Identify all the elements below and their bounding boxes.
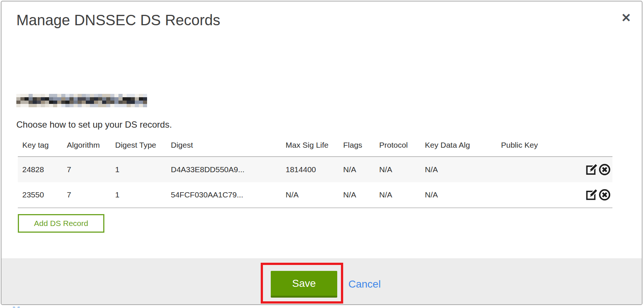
table-row: 24828 7 1 D4A33E8DD550A9... 1814400 N/A … [18,157,612,182]
col-header-public-key: Public Key [497,135,564,157]
delete-record-icon[interactable] [598,163,611,176]
cell-key-data-alg: N/A [420,157,497,182]
redacted-domain [16,94,147,107]
col-header-key-data-alg: Key Data Alg [420,135,497,157]
dnssec-ds-records-dialog: Manage DNSSEC DS Records ✕ Choose how to… [1,1,643,305]
cell-digest-type: 1 [111,157,166,182]
instruction-text: Choose how to set up your DS records. [16,119,172,130]
screen: Manage DNSSEC DS Records ✕ Choose how to… [0,0,644,308]
close-icon[interactable]: ✕ [618,10,634,26]
delete-record-icon[interactable] [598,189,611,201]
cell-algorithm: 7 [62,182,111,208]
col-header-max-sig-life: Max Sig Life [281,135,339,157]
col-header-digest: Digest [166,135,281,157]
cell-protocol: N/A [375,157,420,182]
table-header-row: Key tag Algorithm Digest Type Digest Max… [18,135,612,157]
cell-digest: 54FCF030AA1C79... [166,182,281,208]
cell-protocol: N/A [375,182,420,208]
cell-key-tag: 23550 [18,182,62,208]
cell-public-key [497,157,564,182]
cell-flags: N/A [339,182,375,208]
col-header-protocol: Protocol [375,135,420,157]
cell-max-sig-life: N/A [281,182,339,208]
table-row: 23550 7 1 54FCF030AA1C79... N/A N/A N/A … [18,182,612,208]
edit-record-icon[interactable] [585,163,598,176]
cell-public-key [497,182,564,208]
cell-max-sig-life: 1814400 [281,157,339,182]
cell-key-tag: 24828 [18,157,62,182]
col-header-algorithm: Algorithm [62,135,111,157]
ds-records-table: Key tag Algorithm Digest Type Digest Max… [18,135,612,208]
cancel-link[interactable]: Cancel [348,278,381,290]
cell-algorithm: 7 [62,157,111,182]
cell-flags: N/A [339,157,375,182]
save-button[interactable]: Save [271,271,337,298]
background-page-peek: M [12,305,27,308]
col-header-key-tag: Key tag [18,135,62,157]
edit-record-icon[interactable] [585,189,598,201]
cell-digest: D4A33E8DD550A9... [166,157,281,182]
cell-key-data-alg: N/A [420,182,497,208]
col-header-flags: Flags [339,135,375,157]
col-header-actions [564,135,612,157]
add-ds-record-button[interactable]: Add DS Record [18,214,104,233]
page-title: Manage DNSSEC DS Records [16,12,220,29]
col-header-digest-type: Digest Type [111,135,166,157]
dialog-footer: Save Cancel [1,258,642,305]
cell-digest-type: 1 [111,182,166,208]
